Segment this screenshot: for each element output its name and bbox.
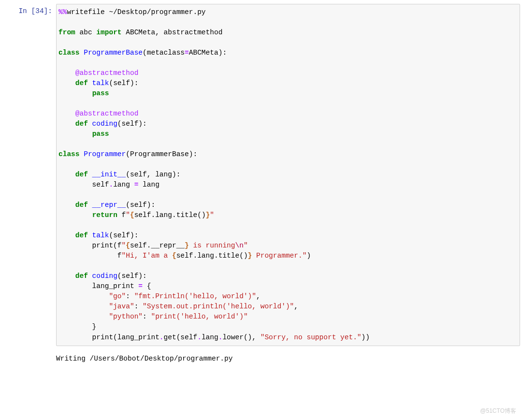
code-input[interactable]: %%writefile ~/Desktop/programmer.py from… xyxy=(56,4,520,346)
prompt-bracket-open: [ xyxy=(31,7,35,15)
cell-output: Writing /Users/Bobot/Desktop/programmer.… xyxy=(0,350,522,369)
prompt-in-label: In xyxy=(18,7,31,15)
input-prompt: In [34]: xyxy=(2,4,56,346)
prompt-number: 34 xyxy=(35,7,44,15)
notebook-cell: In [34]: %%writefile ~/Desktop/programme… xyxy=(0,0,522,350)
output-text: Writing /Users/Bobot/Desktop/programmer.… xyxy=(56,354,520,364)
prompt-bracket-close: ]: xyxy=(44,7,52,15)
